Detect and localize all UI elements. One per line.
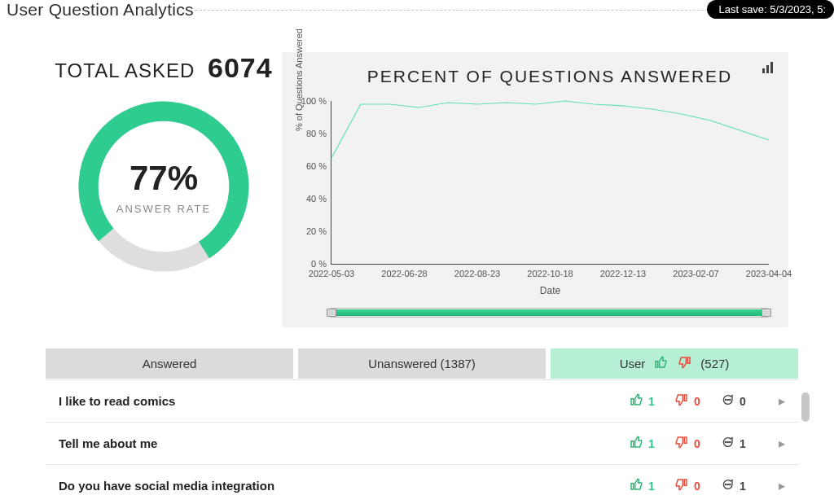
chart-xtick: 2023-02-07 xyxy=(673,269,718,278)
svg-point-5 xyxy=(725,399,726,400)
svg-point-11 xyxy=(725,484,726,484)
thumbs-down-icon xyxy=(674,393,689,409)
chart-xlabel: Date xyxy=(331,285,769,296)
question-text: Tell me about me xyxy=(59,436,629,450)
chart-range-thumb[interactable] xyxy=(331,309,767,316)
answer-rate-label: ANSWER RATE xyxy=(116,203,211,215)
chart-range-scrollbar[interactable] xyxy=(329,308,769,318)
tab-answered[interactable]: Answered xyxy=(46,348,293,379)
chart-xtick: 2023-04-04 xyxy=(746,269,792,278)
chart-range-handle-right[interactable] xyxy=(762,309,771,317)
metrics-section: TOTAL ASKED 6074 77% ANSWER RATE PERCENT… xyxy=(46,52,788,327)
upvote-stat[interactable]: 1 xyxy=(629,478,674,493)
chart-xtick: 2022-06-28 xyxy=(381,269,427,278)
chart-ytick: 40 % xyxy=(294,194,327,204)
svg-point-6 xyxy=(727,399,728,400)
total-asked-label: TOTAL ASKED xyxy=(55,59,195,81)
chart-ytick: 80 % xyxy=(294,129,327,138)
chart-range-handle-left[interactable] xyxy=(327,309,336,317)
thumbs-up-icon xyxy=(629,436,643,451)
thumbs-up-icon xyxy=(629,478,643,493)
upvote-count: 1 xyxy=(648,395,655,408)
chart-xtick: 2022-12-13 xyxy=(600,269,646,278)
total-asked-value: 6074 xyxy=(208,52,273,83)
answer-rate-donut: 77% ANSWER RATE xyxy=(74,97,253,276)
comment-icon xyxy=(720,436,735,451)
chart-panel: PERCENT OF QUESTIONS ANSWERED % of Quest… xyxy=(282,52,788,327)
downvote-count: 0 xyxy=(694,437,700,450)
tab-unanswered-label: Unanswered (1387) xyxy=(368,357,476,370)
question-row[interactable]: Tell me about me101▸ xyxy=(46,423,798,465)
chart-ytick: 60 % xyxy=(294,161,327,171)
downvote-count: 0 xyxy=(694,395,700,408)
last-save-badge: Last save: 5/3/2023, 5: xyxy=(707,0,834,19)
comment-icon xyxy=(720,478,735,493)
question-row[interactable]: Do you have social media integration101▸ xyxy=(46,465,798,504)
chart-ytick: 0 % xyxy=(294,259,327,269)
upvote-stat[interactable]: 1 xyxy=(629,393,674,409)
chart-ytick: 20 % xyxy=(294,226,327,236)
question-text: I like to read comics xyxy=(59,394,629,408)
downvote-stat[interactable]: 0 xyxy=(674,436,720,451)
comment-count: 1 xyxy=(740,480,746,493)
bar-chart-icon[interactable] xyxy=(762,62,775,77)
comment-stat[interactable]: 1 xyxy=(720,436,766,451)
upvote-stat[interactable]: 1 xyxy=(629,436,674,451)
total-asked-label-row: TOTAL ASKED 6074 xyxy=(46,52,282,84)
chart-plot-area: % of Questions Answered Date 0 %20 %40 %… xyxy=(331,101,769,265)
chart-ylabel: % of Questions Answered xyxy=(294,28,304,131)
thumbs-down-icon xyxy=(674,436,689,451)
comment-count: 0 xyxy=(740,395,746,408)
answer-rate-percent: 77% xyxy=(129,159,198,198)
question-list: I like to read comics100▸Tell me about m… xyxy=(46,379,798,504)
page-title: User Question Analytics xyxy=(7,0,194,20)
svg-point-10 xyxy=(730,441,731,442)
svg-point-13 xyxy=(730,484,731,484)
svg-point-12 xyxy=(727,484,728,484)
list-scrollbar[interactable] xyxy=(801,379,810,502)
tab-user-count: (527) xyxy=(700,357,729,370)
downvote-stat[interactable]: 0 xyxy=(674,478,720,493)
svg-rect-3 xyxy=(766,65,769,73)
list-scrollbar-thumb[interactable] xyxy=(801,392,810,422)
chart-xtick: 2022-08-23 xyxy=(454,269,500,278)
chart-xtick: 2022-10-18 xyxy=(527,269,573,278)
thumbs-up-icon xyxy=(653,356,668,371)
chart-xtick: 2022-05-03 xyxy=(309,269,354,278)
thumbs-down-icon xyxy=(678,356,692,371)
comment-count: 1 xyxy=(740,437,746,450)
svg-rect-2 xyxy=(762,68,765,73)
question-row[interactable]: I like to read comics100▸ xyxy=(46,380,798,423)
upvote-count: 1 xyxy=(648,480,655,493)
comment-stat[interactable]: 0 xyxy=(720,393,766,409)
svg-point-7 xyxy=(730,399,731,400)
tab-unanswered[interactable]: Unanswered (1387) xyxy=(298,348,546,379)
tab-bar: Answered Unanswered (1387) User (527) xyxy=(46,348,798,379)
comment-stat[interactable]: 1 xyxy=(720,478,766,493)
svg-rect-4 xyxy=(770,62,773,73)
svg-point-8 xyxy=(725,441,726,442)
expand-row-icon[interactable]: ▸ xyxy=(766,478,785,493)
chart-title: PERCENT OF QUESTIONS ANSWERED xyxy=(331,67,769,86)
tab-user-label: User xyxy=(620,357,646,370)
thumbs-up-icon xyxy=(629,393,643,409)
downvote-stat[interactable]: 0 xyxy=(674,393,720,409)
expand-row-icon[interactable]: ▸ xyxy=(766,393,785,409)
svg-point-9 xyxy=(727,441,728,442)
upvote-count: 1 xyxy=(648,437,655,450)
thumbs-down-icon xyxy=(674,478,689,493)
question-text: Do you have social media integration xyxy=(59,479,629,493)
tab-user[interactable]: User (527) xyxy=(551,348,798,379)
total-asked-panel: TOTAL ASKED 6074 77% ANSWER RATE xyxy=(46,52,282,327)
downvote-count: 0 xyxy=(694,480,700,493)
comment-icon xyxy=(720,393,735,409)
tab-answered-label: Answered xyxy=(143,357,197,370)
expand-row-icon[interactable]: ▸ xyxy=(766,436,785,451)
chart-ytick: 100 % xyxy=(294,96,327,106)
